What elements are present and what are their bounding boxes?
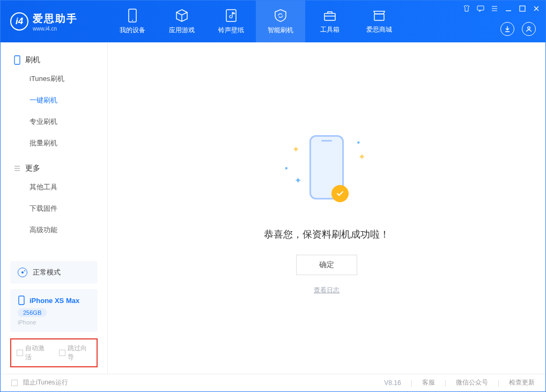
phone-icon [127,9,138,23]
maximize-button[interactable] [519,5,526,12]
device-capacity: 256GB [18,308,47,317]
svg-rect-6 [520,6,525,11]
device-icon [13,55,21,65]
list-icon [13,165,21,172]
check-badge-icon [331,185,349,202]
device-mode-label: 正常模式 [33,268,61,277]
footer-link-support[interactable]: 客服 [422,378,435,387]
svg-point-1 [132,20,133,21]
phone-illustration-icon [309,135,344,199]
feedback-icon[interactable] [477,5,484,12]
main-nav: 我的设备 应用游戏 铃声壁纸 智能刷机 工具箱 爱思商城 [108,1,404,42]
phone-outline-icon [18,295,25,305]
svg-point-9 [21,271,24,273]
header-actions [500,22,536,36]
app-subtitle: www.i4.cn [33,26,78,32]
svg-rect-5 [477,6,484,10]
device-type: iPhone [18,319,90,326]
option-highlight-box: 自动激活 跳过向导 [10,338,98,367]
success-illustration: ✦ • ✦ • ✦ [273,122,380,213]
device-name: iPhone XS Max [29,297,79,305]
music-file-icon [225,9,237,23]
sidebar-item-pro-flash[interactable]: 专业刷机 [1,111,107,132]
device-mode-card[interactable]: 正常模式 [10,261,98,284]
sidebar-section-more: 更多 [1,160,107,176]
svg-rect-8 [14,56,20,64]
main-content: ✦ • ✦ • ✦ 恭喜您，保资料刷机成功啦！ 确定 查看日志 [108,42,545,374]
nav-toolbox[interactable]: 工具箱 [305,1,355,42]
footer-link-wechat[interactable]: 微信公众号 [456,378,488,387]
success-message: 恭喜您，保资料刷机成功啦！ [264,228,389,241]
confirm-button[interactable]: 确定 [296,255,357,275]
mode-status-icon [18,268,27,277]
nav-apps-games[interactable]: 应用游戏 [157,1,206,42]
close-button[interactable] [533,5,540,12]
header: i4 爱思助手 www.i4.cn 我的设备 应用游戏 铃声壁纸 智能刷机 工具… [1,1,545,42]
sidebar-item-itunes-flash[interactable]: iTunes刷机 [1,68,107,90]
refresh-shield-icon [274,9,287,23]
footer: 阻止iTunes运行 V8.16 | 客服 | 微信公众号 | 检查更新 [1,374,545,391]
download-icon [504,25,511,33]
sidebar: 刷机 iTunes刷机 一键刷机 专业刷机 批量刷机 更多 其他工具 下载固件 … [1,42,108,374]
shop-icon [372,9,386,22]
svg-rect-3 [324,13,335,20]
svg-point-10 [24,270,25,271]
stop-itunes-checkbox[interactable]: 阻止iTunes运行 [11,378,68,387]
sidebar-item-advanced[interactable]: 高级功能 [1,219,107,241]
user-icon [525,25,533,33]
nav-smart-flash[interactable]: 智能刷机 [256,1,305,42]
toolbox-icon [323,9,337,22]
sidebar-item-one-key-flash[interactable]: 一键刷机 [1,90,107,111]
window-controls [463,5,540,12]
tshirt-icon[interactable] [463,5,470,12]
cube-icon [175,9,189,23]
app-logo: i4 爱思助手 www.i4.cn [1,1,108,42]
menu-icon[interactable] [491,5,498,12]
nav-shop[interactable]: 爱思商城 [355,1,404,42]
sidebar-item-other-tools[interactable]: 其他工具 [1,176,107,198]
version-label: V8.16 [384,379,401,387]
sidebar-section-flash: 刷机 [1,52,107,68]
svg-rect-11 [19,296,24,305]
sidebar-item-download-firmware[interactable]: 下载固件 [1,198,107,219]
auto-activate-checkbox[interactable]: 自动激活 [17,344,49,362]
device-card[interactable]: iPhone XS Max 256GB iPhone [10,289,98,332]
user-button[interactable] [522,22,536,36]
app-title: 爱思助手 [33,12,78,26]
nav-ringtone-wallpaper[interactable]: 铃声壁纸 [206,1,256,42]
logo-icon: i4 [10,12,28,31]
download-button[interactable] [500,22,514,36]
minimize-button[interactable] [505,5,512,12]
view-log-link[interactable]: 查看日志 [314,286,340,295]
nav-my-device[interactable]: 我的设备 [108,1,157,42]
svg-point-7 [528,27,530,29]
footer-link-update[interactable]: 检查更新 [509,378,535,387]
svg-rect-4 [374,14,384,20]
sidebar-item-batch-flash[interactable]: 批量刷机 [1,132,107,154]
svg-rect-2 [226,10,236,21]
skip-guide-checkbox[interactable]: 跳过向导 [59,344,92,362]
